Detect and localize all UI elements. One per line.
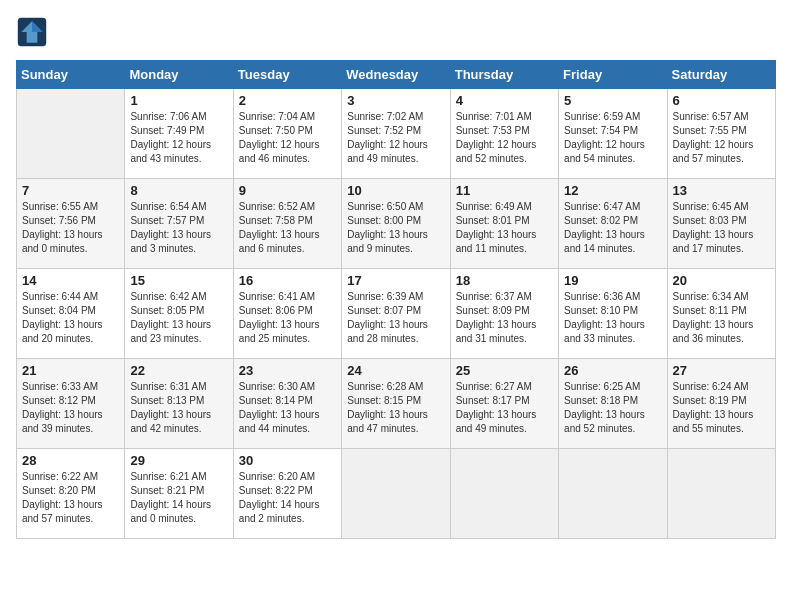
column-header-wednesday: Wednesday [342,61,450,89]
calendar-week-row: 28Sunrise: 6:22 AMSunset: 8:20 PMDayligh… [17,449,776,539]
day-number: 30 [239,453,336,468]
calendar-cell [342,449,450,539]
page-header [16,16,776,48]
calendar-week-row: 1Sunrise: 7:06 AMSunset: 7:49 PMDaylight… [17,89,776,179]
calendar-cell: 5Sunrise: 6:59 AMSunset: 7:54 PMDaylight… [559,89,667,179]
day-info: Sunrise: 6:42 AMSunset: 8:05 PMDaylight:… [130,290,227,346]
day-info: Sunrise: 6:54 AMSunset: 7:57 PMDaylight:… [130,200,227,256]
day-number: 13 [673,183,770,198]
calendar-cell: 28Sunrise: 6:22 AMSunset: 8:20 PMDayligh… [17,449,125,539]
calendar-cell: 18Sunrise: 6:37 AMSunset: 8:09 PMDayligh… [450,269,558,359]
day-info: Sunrise: 6:47 AMSunset: 8:02 PMDaylight:… [564,200,661,256]
calendar-cell: 1Sunrise: 7:06 AMSunset: 7:49 PMDaylight… [125,89,233,179]
day-info: Sunrise: 6:30 AMSunset: 8:14 PMDaylight:… [239,380,336,436]
day-info: Sunrise: 6:31 AMSunset: 8:13 PMDaylight:… [130,380,227,436]
day-number: 17 [347,273,444,288]
day-number: 7 [22,183,119,198]
calendar-cell: 4Sunrise: 7:01 AMSunset: 7:53 PMDaylight… [450,89,558,179]
day-info: Sunrise: 6:41 AMSunset: 8:06 PMDaylight:… [239,290,336,346]
calendar-cell: 12Sunrise: 6:47 AMSunset: 8:02 PMDayligh… [559,179,667,269]
day-number: 25 [456,363,553,378]
calendar-cell: 19Sunrise: 6:36 AMSunset: 8:10 PMDayligh… [559,269,667,359]
calendar-week-row: 21Sunrise: 6:33 AMSunset: 8:12 PMDayligh… [17,359,776,449]
day-number: 5 [564,93,661,108]
day-number: 20 [673,273,770,288]
logo-icon [16,16,48,48]
day-number: 14 [22,273,119,288]
day-info: Sunrise: 6:24 AMSunset: 8:19 PMDaylight:… [673,380,770,436]
column-header-tuesday: Tuesday [233,61,341,89]
day-number: 9 [239,183,336,198]
day-number: 23 [239,363,336,378]
column-header-sunday: Sunday [17,61,125,89]
day-info: Sunrise: 6:28 AMSunset: 8:15 PMDaylight:… [347,380,444,436]
day-number: 12 [564,183,661,198]
day-info: Sunrise: 6:22 AMSunset: 8:20 PMDaylight:… [22,470,119,526]
day-info: Sunrise: 7:01 AMSunset: 7:53 PMDaylight:… [456,110,553,166]
day-info: Sunrise: 6:52 AMSunset: 7:58 PMDaylight:… [239,200,336,256]
day-info: Sunrise: 7:04 AMSunset: 7:50 PMDaylight:… [239,110,336,166]
day-number: 26 [564,363,661,378]
day-info: Sunrise: 6:27 AMSunset: 8:17 PMDaylight:… [456,380,553,436]
day-number: 8 [130,183,227,198]
calendar-cell: 10Sunrise: 6:50 AMSunset: 8:00 PMDayligh… [342,179,450,269]
day-info: Sunrise: 6:39 AMSunset: 8:07 PMDaylight:… [347,290,444,346]
day-number: 29 [130,453,227,468]
day-number: 27 [673,363,770,378]
day-info: Sunrise: 6:49 AMSunset: 8:01 PMDaylight:… [456,200,553,256]
calendar-cell: 30Sunrise: 6:20 AMSunset: 8:22 PMDayligh… [233,449,341,539]
day-info: Sunrise: 6:37 AMSunset: 8:09 PMDaylight:… [456,290,553,346]
day-info: Sunrise: 6:21 AMSunset: 8:21 PMDaylight:… [130,470,227,526]
calendar-cell: 16Sunrise: 6:41 AMSunset: 8:06 PMDayligh… [233,269,341,359]
day-number: 4 [456,93,553,108]
calendar-cell: 24Sunrise: 6:28 AMSunset: 8:15 PMDayligh… [342,359,450,449]
day-info: Sunrise: 6:59 AMSunset: 7:54 PMDaylight:… [564,110,661,166]
day-number: 24 [347,363,444,378]
calendar-cell: 11Sunrise: 6:49 AMSunset: 8:01 PMDayligh… [450,179,558,269]
logo [16,16,52,48]
day-number: 21 [22,363,119,378]
day-info: Sunrise: 6:55 AMSunset: 7:56 PMDaylight:… [22,200,119,256]
day-info: Sunrise: 7:06 AMSunset: 7:49 PMDaylight:… [130,110,227,166]
calendar-cell: 6Sunrise: 6:57 AMSunset: 7:55 PMDaylight… [667,89,775,179]
calendar-cell [450,449,558,539]
calendar-cell: 7Sunrise: 6:55 AMSunset: 7:56 PMDaylight… [17,179,125,269]
day-info: Sunrise: 6:33 AMSunset: 8:12 PMDaylight:… [22,380,119,436]
calendar-cell: 29Sunrise: 6:21 AMSunset: 8:21 PMDayligh… [125,449,233,539]
day-number: 16 [239,273,336,288]
day-number: 28 [22,453,119,468]
day-number: 18 [456,273,553,288]
day-info: Sunrise: 6:44 AMSunset: 8:04 PMDaylight:… [22,290,119,346]
calendar-cell: 22Sunrise: 6:31 AMSunset: 8:13 PMDayligh… [125,359,233,449]
day-number: 22 [130,363,227,378]
calendar-week-row: 14Sunrise: 6:44 AMSunset: 8:04 PMDayligh… [17,269,776,359]
calendar-cell: 14Sunrise: 6:44 AMSunset: 8:04 PMDayligh… [17,269,125,359]
day-number: 15 [130,273,227,288]
day-info: Sunrise: 7:02 AMSunset: 7:52 PMDaylight:… [347,110,444,166]
day-info: Sunrise: 6:20 AMSunset: 8:22 PMDaylight:… [239,470,336,526]
calendar-table: SundayMondayTuesdayWednesdayThursdayFrid… [16,60,776,539]
day-number: 10 [347,183,444,198]
day-info: Sunrise: 6:34 AMSunset: 8:11 PMDaylight:… [673,290,770,346]
calendar-cell: 15Sunrise: 6:42 AMSunset: 8:05 PMDayligh… [125,269,233,359]
column-header-friday: Friday [559,61,667,89]
column-header-monday: Monday [125,61,233,89]
column-header-thursday: Thursday [450,61,558,89]
calendar-cell: 27Sunrise: 6:24 AMSunset: 8:19 PMDayligh… [667,359,775,449]
calendar-header-row: SundayMondayTuesdayWednesdayThursdayFrid… [17,61,776,89]
day-number: 1 [130,93,227,108]
day-info: Sunrise: 6:45 AMSunset: 8:03 PMDaylight:… [673,200,770,256]
day-info: Sunrise: 6:57 AMSunset: 7:55 PMDaylight:… [673,110,770,166]
calendar-cell: 9Sunrise: 6:52 AMSunset: 7:58 PMDaylight… [233,179,341,269]
day-number: 6 [673,93,770,108]
calendar-cell: 20Sunrise: 6:34 AMSunset: 8:11 PMDayligh… [667,269,775,359]
calendar-cell: 17Sunrise: 6:39 AMSunset: 8:07 PMDayligh… [342,269,450,359]
calendar-cell: 23Sunrise: 6:30 AMSunset: 8:14 PMDayligh… [233,359,341,449]
column-header-saturday: Saturday [667,61,775,89]
calendar-cell: 13Sunrise: 6:45 AMSunset: 8:03 PMDayligh… [667,179,775,269]
calendar-cell: 26Sunrise: 6:25 AMSunset: 8:18 PMDayligh… [559,359,667,449]
day-info: Sunrise: 6:50 AMSunset: 8:00 PMDaylight:… [347,200,444,256]
calendar-week-row: 7Sunrise: 6:55 AMSunset: 7:56 PMDaylight… [17,179,776,269]
day-number: 11 [456,183,553,198]
calendar-cell [667,449,775,539]
